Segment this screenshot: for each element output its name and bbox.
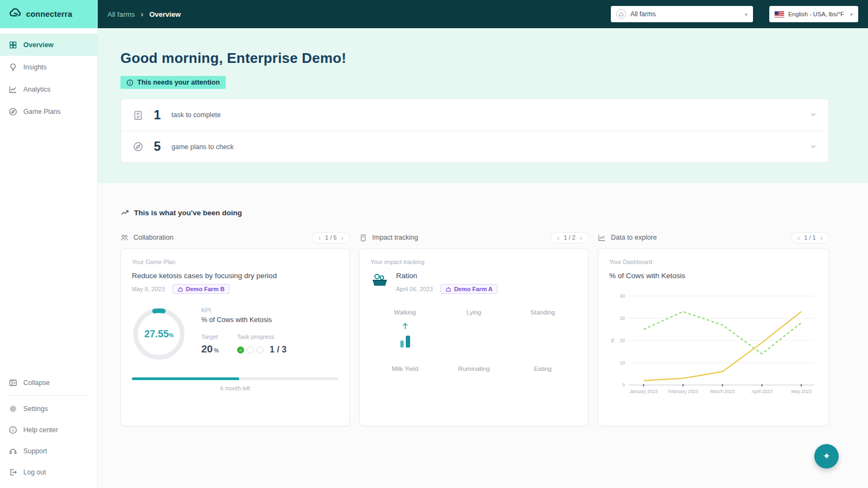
task-count-label: task to complete [171, 111, 221, 119]
activity-section: This is what you've been doing Collabora… [98, 183, 868, 426]
barn-icon [177, 286, 183, 292]
next-page-icon[interactable]: › [580, 234, 582, 241]
collaboration-column-header: Collaboration ‹ 1 / 5 › [120, 231, 350, 244]
attention-section: Good morning, Enterprise Demo! This need… [98, 28, 868, 183]
us-flag-icon [775, 11, 784, 17]
sidebar-item-label: Settings [23, 405, 48, 413]
locale-selector-dropdown[interactable]: English - USA, lbs/°F ▾ [769, 6, 858, 22]
explore-column-header: Data to explore ‹ 1 / 1 › [598, 231, 829, 244]
task-dot-done [237, 346, 244, 354]
svg-text:10: 10 [620, 360, 626, 365]
sidebar-item-insights[interactable]: Insights [0, 56, 97, 78]
data-explore-column: Data to explore ‹ 1 / 1 › Your Dashboard… [598, 231, 829, 426]
impact-tracking-column: Impact tracking ‹ 1 / 2 › Your impact tr… [359, 231, 589, 426]
main-content: Good morning, Enterprise Demo! This need… [98, 28, 868, 488]
gear-icon [9, 404, 17, 413]
people-icon [120, 234, 129, 242]
kpi-row: 27.55% KPI % of Cows with Ketosis Target… [132, 307, 339, 361]
impact-tracking-card[interactable]: Your impact tracking Ration April 06, 20… [359, 248, 589, 426]
sidebar-item-label: Game Plans [23, 108, 61, 115]
prev-page-icon[interactable]: ‹ [318, 234, 321, 241]
sidebar-item-analytics[interactable]: Analytics [0, 78, 97, 100]
sidebar-item-label: Log out [23, 468, 46, 476]
sidebar-item-label: Collapse [23, 379, 50, 387]
brand-logo-block[interactable]: connecterra [0, 0, 97, 28]
brand-name: connecterra [26, 10, 72, 18]
target-label: Target [201, 333, 219, 340]
sidebar-collapse-button[interactable]: Collapse [0, 372, 97, 393]
game-plan-meta: May 8, 2023 Demo Farm B [132, 284, 339, 294]
game-plan-card[interactable]: Your Game Plan Reduce ketosis cases by f… [120, 248, 350, 426]
time-progress-bar [132, 377, 339, 380]
svg-text:30: 30 [620, 316, 626, 321]
arrow-up-icon [371, 322, 439, 331]
page-greeting: Good morning, Enterprise Demo! [120, 50, 829, 67]
sidebar-item-settings[interactable]: Settings [0, 398, 97, 419]
task-progress-label: Task progress [237, 333, 286, 340]
sidebar-item-log-out[interactable]: Log out [0, 461, 97, 483]
attention-badge: This needs your attention [120, 76, 226, 89]
dashboard-chart-card[interactable]: Your Dashboard % of Cows with Ketosis 01… [598, 248, 829, 426]
time-progress-fill [132, 377, 239, 380]
prev-page-icon[interactable]: ‹ [797, 234, 800, 241]
task-dot [247, 346, 254, 354]
ketosis-line-chart: 010203040January 2023February 2023March … [609, 288, 818, 406]
pagination-label: 1 / 1 [804, 234, 815, 241]
svg-text:March 2023: March 2023 [710, 389, 735, 394]
sidebar-item-game-plans[interactable]: Game Plans [0, 100, 97, 123]
svg-text:February 2023: February 2023 [668, 389, 698, 394]
target-value: 20% [201, 343, 219, 355]
kpi-name: % of Cows with Ketosis [201, 316, 286, 324]
sidebar-item-label: Insights [23, 63, 47, 71]
assistant-fab-button[interactable]: ✦ [814, 444, 839, 468]
sidebar-footer: Collapse Settings Help center Support Lo… [0, 372, 97, 483]
attention-panel: 1 task to complete 5 game plans to check [120, 99, 829, 163]
prev-page-icon[interactable]: ‹ [557, 234, 559, 241]
kpi-info: KPI % of Cows with Ketosis Target 20% [201, 307, 286, 355]
sidebar-item-help-center[interactable]: Help center [0, 419, 97, 440]
collapse-sidebar-icon [9, 378, 17, 387]
breadcrumb-all-farms[interactable]: All farms [107, 10, 135, 18]
activity-columns: Collaboration ‹ 1 / 5 › Your Game Plan R… [120, 231, 829, 426]
breadcrumb-separator-icon: › [141, 10, 144, 18]
sidebar-item-overview[interactable]: Overview [0, 34, 97, 56]
sidebar-divider [7, 395, 91, 396]
next-page-icon[interactable]: › [341, 234, 343, 241]
attention-row-game-plans[interactable]: 5 game plans to check [121, 131, 828, 162]
game-plan-count: 5 [153, 139, 162, 154]
impact-title: Ration [396, 272, 497, 280]
metric-milk-yield: Milk Yield [371, 365, 439, 422]
task-progress-value: 1 / 3 [270, 345, 286, 355]
sidebar-item-label: Overview [23, 41, 54, 49]
game-plan-count-label: game plans to check [171, 143, 234, 151]
column-title: Impact tracking [372, 234, 418, 241]
sidebar-item-support[interactable]: Support [0, 440, 97, 461]
trend-up-icon [120, 208, 129, 217]
impact-meta: April 06, 2023 Demo Farm A [396, 284, 497, 294]
svg-text:May 2023: May 2023 [791, 389, 812, 394]
analytics-chart-icon [9, 85, 17, 94]
task-progress-dots: 1 / 3 [237, 345, 286, 355]
svg-text:%: % [610, 338, 615, 343]
info-circle-icon [9, 426, 17, 434]
sidebar-item-label: Help center [23, 426, 58, 434]
next-page-icon[interactable]: › [820, 234, 822, 241]
kpi-stats: Target 20% Task progress [201, 333, 286, 355]
mini-bar-chart-icon [371, 336, 439, 348]
topbar: All farms › Overview All farms ▾ English… [98, 0, 868, 28]
expand-chevron-icon[interactable] [810, 142, 816, 152]
chevron-down-icon: ▾ [850, 11, 853, 17]
metric-eating: Eating [508, 365, 577, 422]
expand-chevron-icon[interactable] [810, 110, 816, 120]
attention-row-tasks[interactable]: 1 task to complete [121, 99, 828, 131]
farm-selector-dropdown[interactable]: All farms ▾ [611, 6, 753, 22]
metric-label: Walking [371, 309, 439, 316]
attention-badge-label: This needs your attention [137, 79, 220, 86]
locale-selector-value: English - USA, lbs/°F [788, 11, 844, 17]
svg-text:April 2023: April 2023 [751, 389, 773, 394]
svg-text:40: 40 [620, 293, 626, 299]
impact-date: April 06, 2023 [396, 286, 433, 292]
chart-title: % of Cows with Ketosis [609, 272, 818, 280]
breadcrumb-current-page: Overview [149, 10, 181, 18]
card-label: Your Game Plan [132, 259, 339, 265]
